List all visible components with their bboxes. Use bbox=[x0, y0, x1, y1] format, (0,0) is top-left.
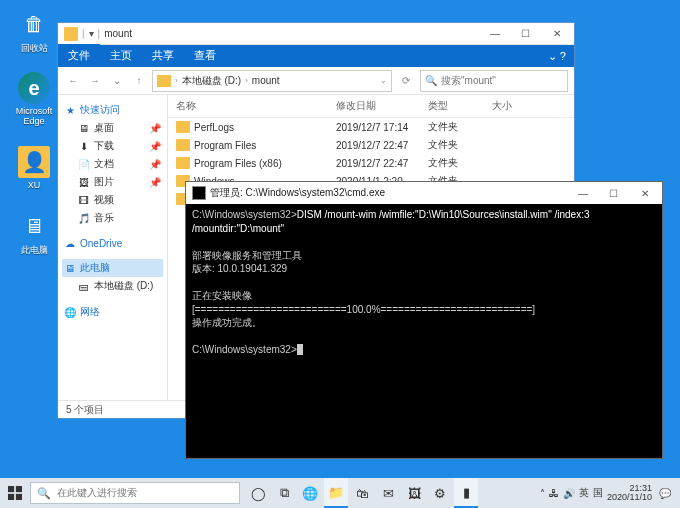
action-center-button[interactable]: 💬 bbox=[656, 484, 674, 502]
col-date[interactable]: 修改日期 bbox=[336, 99, 428, 113]
sidebar: ★ 快速访问 🖥桌面📌 ⬇下载📌 📄文档📌 🖼图片📌 🎞视频 🎵音乐 ☁OneD… bbox=[58, 95, 168, 400]
file-list-header[interactable]: 名称 修改日期 类型 大小 bbox=[168, 95, 574, 118]
desktop-icon-recycle-bin[interactable]: 🗑 回收站 bbox=[10, 8, 58, 55]
desktop-icon-label: Microsoft Edge bbox=[10, 106, 58, 126]
col-size[interactable]: 大小 bbox=[492, 99, 540, 113]
refresh-button[interactable]: ⟳ bbox=[396, 75, 416, 86]
svg-rect-1 bbox=[16, 486, 22, 492]
desktop-icon-edge[interactable]: e Microsoft Edge bbox=[10, 72, 58, 126]
nav-back-button[interactable]: ← bbox=[64, 72, 82, 90]
drive-icon: 🖴 bbox=[78, 280, 90, 292]
taskbar-mail[interactable]: ✉ bbox=[376, 478, 400, 508]
drive-icon bbox=[157, 75, 171, 87]
taskbar-store[interactable]: 🛍 bbox=[350, 478, 374, 508]
window-title: mount bbox=[104, 28, 132, 39]
explorer-titlebar[interactable]: | ▾ | mount — ☐ ✕ bbox=[58, 23, 574, 45]
table-row[interactable]: Program Files (x86)2019/12/7 22:47文件夹 bbox=[168, 154, 574, 172]
taskbar-clock[interactable]: 21:31 2020/11/10 bbox=[607, 484, 652, 502]
document-icon: 📄 bbox=[78, 158, 90, 170]
task-view-button[interactable]: ⧉ bbox=[272, 478, 296, 508]
tray-ime[interactable]: 英 bbox=[579, 486, 589, 500]
qat-under-icon[interactable]: ▾ bbox=[89, 28, 94, 39]
start-button[interactable] bbox=[0, 478, 30, 508]
network-icon: 🌐 bbox=[64, 306, 76, 318]
tray-network-icon[interactable]: 🖧 bbox=[549, 488, 559, 499]
search-icon: 🔍 bbox=[37, 487, 51, 500]
cmd-title: 管理员: C:\Windows\system32\cmd.exe bbox=[210, 186, 385, 200]
table-row[interactable]: PerfLogs2019/12/7 17:14文件夹 bbox=[168, 118, 574, 136]
taskbar-cmd[interactable]: ▮ bbox=[454, 478, 478, 508]
taskbar-settings[interactable]: ⚙ bbox=[428, 478, 452, 508]
sidebar-item-music[interactable]: 🎵音乐 bbox=[62, 209, 163, 227]
sidebar-thispc[interactable]: 🖥此电脑 bbox=[62, 259, 163, 277]
sidebar-item-documents[interactable]: 📄文档📌 bbox=[62, 155, 163, 173]
folder-icon bbox=[176, 157, 190, 169]
desktop-icon-label: 回收站 bbox=[10, 42, 58, 55]
sidebar-item-downloads[interactable]: ⬇下载📌 bbox=[62, 137, 163, 155]
search-input[interactable]: 🔍 搜索"mount" bbox=[420, 70, 568, 92]
chevron-right-icon: › bbox=[245, 76, 248, 85]
col-name[interactable]: 名称 bbox=[176, 99, 336, 113]
taskbar-explorer[interactable]: 📁 bbox=[324, 478, 348, 508]
qat-sep2: | bbox=[98, 28, 101, 39]
table-row[interactable]: Program Files2019/12/7 22:47文件夹 bbox=[168, 136, 574, 154]
user-folder-icon: 👤 bbox=[18, 146, 50, 178]
svg-rect-2 bbox=[8, 494, 14, 500]
close-button[interactable]: ✕ bbox=[628, 182, 662, 204]
chevron-down-icon[interactable]: ⌄ bbox=[380, 76, 387, 85]
cortana-button[interactable]: ◯ bbox=[246, 478, 270, 508]
cmd-output[interactable]: C:\Windows\system32>DISM /mount-wim /wim… bbox=[186, 204, 662, 458]
cmd-titlebar[interactable]: 管理员: C:\Windows\system32\cmd.exe — ☐ ✕ bbox=[186, 182, 662, 204]
maximize-button[interactable]: ☐ bbox=[598, 182, 628, 204]
taskbar: 🔍 在此键入进行搜索 ◯ ⧉ 🌐 📁 🛍 ✉ 🖼 ⚙ ▮ ˄ 🖧 🔊 英 国 2… bbox=[0, 478, 680, 508]
desktop-icon-label: 此电脑 bbox=[10, 244, 58, 257]
maximize-button[interactable]: ☐ bbox=[510, 23, 540, 45]
pc-icon: 🖥 bbox=[64, 262, 76, 274]
svg-rect-0 bbox=[8, 486, 14, 492]
taskbar-edge[interactable]: 🌐 bbox=[298, 478, 322, 508]
sidebar-item-drive-d[interactable]: 🖴本地磁盘 (D:) bbox=[62, 277, 163, 295]
svg-rect-3 bbox=[16, 494, 22, 500]
nav-recent-button[interactable]: ⌄ bbox=[108, 72, 126, 90]
nav-forward-button[interactable]: → bbox=[86, 72, 104, 90]
desktop-icon-thispc[interactable]: 🖥 此电脑 bbox=[10, 210, 58, 257]
chevron-right-icon: › bbox=[175, 76, 178, 85]
system-tray: ˄ 🖧 🔊 英 国 21:31 2020/11/10 💬 bbox=[540, 484, 680, 502]
status-text: 5 个项目 bbox=[66, 403, 104, 417]
taskbar-search-input[interactable]: 🔍 在此键入进行搜索 bbox=[30, 482, 240, 504]
breadcrumb[interactable]: › 本地磁盘 (D:) › mount ⌄ bbox=[152, 70, 392, 92]
sidebar-item-pictures[interactable]: 🖼图片📌 bbox=[62, 173, 163, 191]
nav-up-button[interactable]: ↑ bbox=[130, 72, 148, 90]
search-placeholder: 搜索"mount" bbox=[441, 74, 496, 88]
close-button[interactable]: ✕ bbox=[540, 23, 574, 45]
folder-icon bbox=[64, 27, 78, 41]
cursor bbox=[297, 344, 303, 355]
sidebar-item-videos[interactable]: 🎞视频 bbox=[62, 191, 163, 209]
tab-file[interactable]: 文件 bbox=[58, 44, 100, 67]
recycle-bin-icon: 🗑 bbox=[18, 8, 50, 40]
sidebar-item-desktop[interactable]: 🖥桌面📌 bbox=[62, 119, 163, 137]
tray-overflow-icon[interactable]: ˄ bbox=[540, 488, 545, 499]
tab-share[interactable]: 共享 bbox=[142, 44, 184, 67]
tray-volume-icon[interactable]: 🔊 bbox=[563, 488, 575, 499]
tab-view[interactable]: 查看 bbox=[184, 44, 226, 67]
download-icon: ⬇ bbox=[78, 140, 90, 152]
desktop-icon-user[interactable]: 👤 XU bbox=[10, 146, 58, 190]
sidebar-network[interactable]: 🌐网络 bbox=[62, 303, 163, 321]
breadcrumb-folder[interactable]: mount bbox=[252, 75, 280, 86]
desktop-icon-label: XU bbox=[10, 180, 58, 190]
sidebar-quick-access[interactable]: ★ 快速访问 bbox=[62, 101, 163, 119]
cmd-icon bbox=[192, 186, 206, 200]
minimize-button[interactable]: — bbox=[568, 182, 598, 204]
breadcrumb-root[interactable]: 本地磁盘 (D:) bbox=[182, 74, 241, 88]
tab-home[interactable]: 主页 bbox=[100, 44, 142, 67]
minimize-button[interactable]: — bbox=[480, 23, 510, 45]
folder-icon bbox=[176, 139, 190, 151]
sidebar-onedrive[interactable]: ☁OneDrive bbox=[62, 235, 163, 251]
ribbon-expand-icon[interactable]: ⌄ ? bbox=[540, 46, 574, 67]
col-type[interactable]: 类型 bbox=[428, 99, 492, 113]
tray-ime2[interactable]: 国 bbox=[593, 486, 603, 500]
taskbar-photos[interactable]: 🖼 bbox=[402, 478, 426, 508]
search-placeholder: 在此键入进行搜索 bbox=[57, 486, 137, 500]
cmd-window: 管理员: C:\Windows\system32\cmd.exe — ☐ ✕ C… bbox=[185, 181, 663, 459]
